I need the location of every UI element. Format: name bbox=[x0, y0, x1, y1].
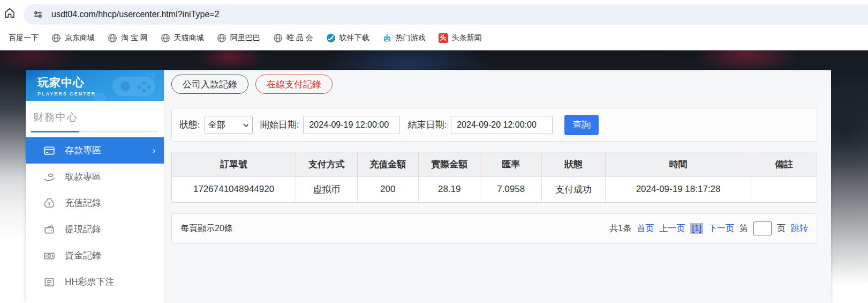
globe-icon bbox=[108, 33, 117, 43]
home-icon bbox=[3, 6, 16, 19]
pagination-controls: 共1条 首页 上一页 [1] 下一页 第 页 跳转 bbox=[609, 221, 808, 235]
deposit-card-icon bbox=[43, 145, 55, 157]
main-content: 公司入款記錄 在線支付記錄 狀態: 全部 開始日期: 結束日期: 查詢 訂單號支… bbox=[164, 70, 831, 303]
bookmark-item[interactable]: 淘 宝 网 bbox=[101, 33, 154, 43]
tune-icon[interactable] bbox=[31, 8, 45, 21]
column-header: 狀態 bbox=[541, 152, 605, 176]
funds-cash-icon bbox=[43, 250, 55, 262]
query-button[interactable]: 查詢 bbox=[564, 115, 599, 135]
column-header: 充值金額 bbox=[357, 152, 418, 176]
bookmark-item[interactable]: 京东商城 bbox=[45, 33, 101, 43]
records-table: 訂單號支付方式充值金額實際金額匯率狀態時間備註 1726741048944920… bbox=[171, 152, 817, 203]
globe-icon bbox=[161, 33, 170, 43]
record-tabs: 公司入款記錄 在線支付記錄 bbox=[171, 75, 817, 94]
withdraw-hand-icon bbox=[43, 171, 55, 183]
sidebar-item-label: 提現記錄 bbox=[65, 223, 101, 235]
table-cell: 虚拟币 bbox=[296, 176, 357, 202]
column-header: 匯率 bbox=[480, 152, 541, 176]
software-icon bbox=[326, 33, 336, 43]
status-label: 狀態: bbox=[179, 119, 200, 131]
table-cell: 200 bbox=[357, 176, 418, 202]
bookmark-item[interactable]: 阿里巴巴 bbox=[210, 33, 267, 43]
sidebar-item-recharge-bag[interactable]: ¥充值記錄 bbox=[26, 190, 164, 216]
bookmark-item[interactable]: 头头条新闻 bbox=[432, 33, 488, 43]
table-cell bbox=[751, 176, 817, 202]
table-header-row: 訂單號支付方式充值金額實際金額匯率狀態時間備註 bbox=[172, 152, 817, 176]
end-date-label: 結束日期: bbox=[407, 119, 447, 131]
gamepad-icon bbox=[92, 71, 162, 101]
sidebar-item-funds-cash[interactable]: 資金記錄 bbox=[26, 242, 164, 269]
robot-icon bbox=[382, 33, 392, 43]
bookmark-label: 天猫商城 bbox=[174, 33, 204, 43]
cashout-wallet-icon bbox=[43, 224, 55, 235]
bookmark-label: 阿里巴巴 bbox=[230, 33, 260, 43]
chevron-right-icon: › bbox=[153, 146, 155, 156]
bookmark-label: 淘 宝 网 bbox=[121, 33, 148, 43]
status-select-wrap: 全部 bbox=[205, 116, 253, 134]
records-table-container: 訂單號支付方式充值金額實際金額匯率狀態時間備註 1726741048944920… bbox=[171, 152, 817, 203]
page-number-input[interactable] bbox=[753, 221, 772, 235]
sidebar-item-lottery-list[interactable]: HH彩票下注 bbox=[26, 269, 164, 295]
sidebar-item-label: 存款專區 bbox=[65, 144, 101, 157]
lottery-list-icon bbox=[43, 276, 55, 288]
table-body: 1726741048944920虚拟币20028.197.0958支付成功202… bbox=[172, 176, 817, 202]
sidebar-item-label: 取款專區 bbox=[65, 171, 101, 183]
bookmark-item[interactable]: 热门游戏 bbox=[376, 33, 432, 43]
sidebar-item-cashout-wallet[interactable]: 提現記錄 bbox=[26, 216, 164, 242]
address-bar[interactable]: usdt04.com/hhcp/usercenter.html?iniType=… bbox=[24, 4, 868, 25]
column-header: 支付方式 bbox=[296, 152, 357, 176]
start-date-label: 開始日期: bbox=[260, 119, 299, 131]
sidebar-item-label: 充值記錄 bbox=[65, 197, 101, 209]
jump-suffix-label: 页 bbox=[777, 223, 786, 234]
bookmark-item[interactable]: 唯 品 会 bbox=[267, 33, 320, 43]
sidebar-header: 玩家中心 PLAYERS CENTER bbox=[26, 70, 164, 101]
home-button[interactable] bbox=[0, 6, 19, 19]
webpage-background: 玩家中心 PLAYERS CENTER 财務中心 存款專區›取款專區¥充值記錄提… bbox=[0, 50, 868, 303]
total-count-text: 共1条 bbox=[609, 223, 631, 234]
globe-icon bbox=[217, 33, 227, 43]
table-row: 1726741048944920虚拟币20028.197.0958支付成功202… bbox=[172, 176, 817, 202]
svg-text:¥: ¥ bbox=[48, 201, 51, 206]
table-cell: 28.19 bbox=[418, 176, 480, 202]
tab-online-payment-records[interactable]: 在線支付記錄 bbox=[255, 75, 333, 94]
sidebar-item-label: HH彩票下注 bbox=[65, 276, 115, 288]
url-text[interactable]: usdt04.com/hhcp/usercenter.html?iniType=… bbox=[51, 10, 220, 19]
user-center-panel: 玩家中心 PLAYERS CENTER 财務中心 存款專區›取款專區¥充值記錄提… bbox=[26, 70, 831, 303]
end-date-input[interactable] bbox=[451, 116, 553, 134]
sidebar-item-withdraw-hand[interactable]: 取款專區 bbox=[26, 164, 164, 190]
table-cell: 1726741048944920 bbox=[172, 176, 296, 202]
sidebar-menu: 存款專區›取款專區¥充值記錄提現記錄資金記錄HH彩票下注 bbox=[26, 137, 164, 295]
bookmark-label: 头条新闻 bbox=[452, 33, 482, 43]
jump-prefix-label: 第 bbox=[739, 223, 748, 234]
sidebar-section: 财務中心 bbox=[26, 101, 164, 132]
bookmark-item[interactable]: 百度一下 bbox=[2, 33, 45, 43]
current-page-indicator: [1] bbox=[690, 223, 703, 234]
column-header: 實際金額 bbox=[418, 152, 480, 176]
bookmark-label: 软件下载 bbox=[339, 33, 369, 43]
globe-icon bbox=[51, 33, 61, 43]
bookmark-item[interactable]: 天猫商城 bbox=[154, 33, 210, 43]
bookmark-label: 京东商城 bbox=[65, 33, 95, 43]
recharge-bag-icon: ¥ bbox=[43, 197, 55, 209]
table-cell: 2024-09-19 18:17:28 bbox=[605, 176, 751, 202]
filter-bar: 狀態: 全部 開始日期: 結束日期: 查詢 bbox=[171, 108, 817, 142]
section-underline bbox=[31, 131, 158, 132]
table-cell: 7.0958 bbox=[480, 176, 541, 202]
status-select[interactable]: 全部 bbox=[205, 116, 253, 134]
first-page-link[interactable]: 首页 bbox=[637, 223, 654, 234]
browser-toolbar: usdt04.com/hhcp/usercenter.html?iniType=… bbox=[0, 0, 868, 26]
sidebar-item-deposit-card[interactable]: 存款專區› bbox=[26, 137, 164, 164]
pagination-bar: 每頁顯示20條 共1条 首页 上一页 [1] 下一页 第 页 跳转 bbox=[171, 213, 817, 243]
toutiao-icon: 头 bbox=[439, 33, 448, 43]
next-page-link[interactable]: 下一页 bbox=[708, 223, 734, 234]
sidebar-item-label: 資金記錄 bbox=[65, 249, 101, 262]
table-cell: 支付成功 bbox=[541, 176, 605, 202]
bookmark-label: 唯 品 会 bbox=[286, 33, 313, 43]
start-date-input[interactable] bbox=[303, 116, 400, 134]
prev-page-link[interactable]: 上一页 bbox=[659, 223, 685, 234]
bookmark-item[interactable]: 软件下载 bbox=[320, 33, 376, 43]
page-size-text: 每頁顯示20條 bbox=[180, 223, 233, 234]
bookmark-label: 百度一下 bbox=[9, 33, 39, 43]
jump-button[interactable]: 跳转 bbox=[791, 223, 808, 234]
tab-company-deposit-records[interactable]: 公司入款記錄 bbox=[171, 75, 248, 94]
